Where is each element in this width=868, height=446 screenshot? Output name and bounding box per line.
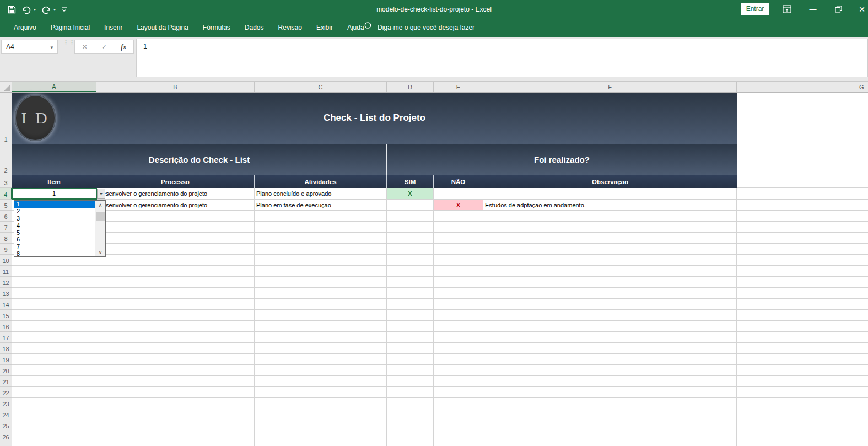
cell-B7[interactable] [96, 222, 255, 233]
cell-F22[interactable] [483, 387, 737, 398]
cell-D15[interactable] [387, 310, 434, 321]
undo-dropdown-icon[interactable]: ▾ [34, 7, 36, 12]
cell-C17[interactable] [255, 332, 387, 343]
cell-A20[interactable] [12, 365, 96, 376]
empty-area[interactable] [737, 387, 868, 398]
cell-E14[interactable] [434, 299, 483, 310]
cell-E25[interactable] [434, 420, 483, 431]
cell-C27[interactable] [255, 442, 387, 446]
minimize-button[interactable]: — [804, 0, 822, 18]
cell-F24[interactable] [483, 409, 737, 420]
cell-C19[interactable] [255, 354, 387, 365]
empty-area[interactable] [737, 277, 868, 288]
row-header-25[interactable]: 25 [0, 420, 12, 431]
cell-A4[interactable]: 1 [12, 188, 96, 200]
cell-A24[interactable] [12, 409, 96, 420]
dropdown-item-2[interactable]: 2 [14, 208, 96, 215]
cell-C16[interactable] [255, 321, 387, 332]
row-header-2[interactable]: 2 [0, 144, 12, 175]
cell-B6[interactable] [96, 211, 255, 222]
empty-area[interactable] [737, 266, 868, 277]
cell-D21[interactable] [387, 376, 434, 387]
empty-area[interactable] [737, 255, 868, 266]
cell-B12[interactable] [96, 277, 255, 288]
cell-D6[interactable] [387, 211, 434, 222]
scroll-up-icon[interactable]: ∧ [95, 201, 105, 209]
empty-area[interactable] [737, 288, 868, 299]
cell-F21[interactable] [483, 376, 737, 387]
tab-arquivo[interactable]: Arquivo [7, 18, 44, 37]
formula-bar-grip[interactable]: ⋮⋮ [63, 41, 66, 52]
row-header-4[interactable]: 4 [0, 188, 12, 200]
row-header-22[interactable]: 22 [0, 387, 12, 398]
cell-E22[interactable] [434, 387, 483, 398]
cell-D8[interactable] [387, 233, 434, 244]
empty-area[interactable] [737, 376, 868, 387]
empty-area[interactable] [737, 222, 868, 233]
cell-C18[interactable] [255, 343, 387, 354]
restore-button[interactable] [829, 0, 848, 18]
row-header-8[interactable]: 8 [0, 233, 12, 244]
cell-A13[interactable] [12, 288, 96, 299]
empty-area[interactable] [737, 310, 868, 321]
column-header-A[interactable]: A [12, 82, 96, 92]
cell-B20[interactable] [96, 365, 255, 376]
cell-E24[interactable] [434, 409, 483, 420]
scroll-down-icon[interactable]: ∨ [95, 248, 105, 256]
cell-F23[interactable] [483, 398, 737, 409]
cell-C26[interactable] [255, 431, 387, 442]
tab-exibir[interactable]: Exibir [309, 18, 340, 37]
cell-C23[interactable] [255, 398, 387, 409]
empty-area[interactable] [737, 211, 868, 222]
cell-E8[interactable] [434, 233, 483, 244]
save-icon[interactable] [8, 6, 16, 14]
cell-D12[interactable] [387, 277, 434, 288]
row-header-20[interactable]: 20 [0, 365, 12, 376]
cell-F13[interactable] [483, 288, 737, 299]
row-header-1[interactable]: 1 [0, 93, 12, 144]
dropdown-scrollbar[interactable]: ∧ ∨ [95, 201, 105, 256]
cell-A22[interactable] [12, 387, 96, 398]
cell-B22[interactable] [96, 387, 255, 398]
cell-E20[interactable] [434, 365, 483, 376]
cell-F26[interactable] [483, 431, 737, 442]
select-all-corner[interactable] [0, 82, 12, 92]
cell-E7[interactable] [434, 222, 483, 233]
cell-C5[interactable]: Plano em fase de execução [255, 200, 387, 211]
cell-F18[interactable] [483, 343, 737, 354]
cell-F6[interactable] [483, 211, 737, 222]
cell-F7[interactable] [483, 222, 737, 233]
row-header-23[interactable]: 23 [0, 398, 12, 409]
column-header-B[interactable]: B [96, 82, 255, 92]
cell-D26[interactable] [387, 431, 434, 442]
name-box[interactable]: A4 ▼ [1, 40, 58, 54]
cell-C6[interactable] [255, 211, 387, 222]
cell-B21[interactable] [96, 376, 255, 387]
cell-F12[interactable] [483, 277, 737, 288]
empty-area[interactable] [737, 354, 868, 365]
cell-E13[interactable] [434, 288, 483, 299]
cell-D20[interactable] [387, 365, 434, 376]
cell-C7[interactable] [255, 222, 387, 233]
row-header-24[interactable]: 24 [0, 409, 12, 420]
enter-icon[interactable]: ✓ [94, 43, 114, 51]
cell-C11[interactable] [255, 266, 387, 277]
cell-C4[interactable]: Plano concluído e aprovado [255, 188, 387, 200]
cell-E19[interactable] [434, 354, 483, 365]
cell-B19[interactable] [96, 354, 255, 365]
row-header-13[interactable]: 13 [0, 288, 12, 299]
cell-A23[interactable] [12, 398, 96, 409]
cell-B26[interactable] [96, 431, 255, 442]
column-header-F[interactable]: F [483, 82, 737, 92]
cell-A15[interactable] [12, 310, 96, 321]
cell-F25[interactable] [483, 420, 737, 431]
column-header-E[interactable]: E [434, 82, 483, 92]
cell-D13[interactable] [387, 288, 434, 299]
cell-D16[interactable] [387, 321, 434, 332]
cell-E5[interactable]: X [434, 200, 483, 211]
cell-C22[interactable] [255, 387, 387, 398]
empty-area[interactable] [737, 398, 868, 409]
cell-B4[interactable]: Desenvolver o gerenciamento do projeto [96, 188, 255, 200]
cell-C21[interactable] [255, 376, 387, 387]
empty-area[interactable] [737, 200, 868, 211]
